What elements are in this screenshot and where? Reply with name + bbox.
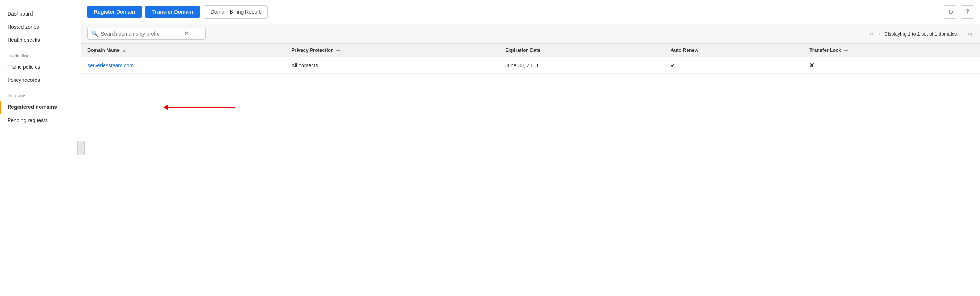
refresh-icon: ↻: [948, 8, 953, 16]
pagination-first-button[interactable]: ⏮: [867, 30, 875, 37]
search-clear-button[interactable]: ✕: [184, 31, 189, 37]
cell-transfer-lock: ✘: [803, 57, 980, 74]
sidebar-section-domains: Domains: [0, 87, 81, 101]
cell-privacy-protection: All contacts: [285, 57, 499, 74]
refresh-button[interactable]: ↻: [944, 5, 957, 19]
col-header-transfer-lock: Transfer Lock —: [803, 44, 980, 57]
pagination-next-button[interactable]: ›: [959, 30, 964, 37]
main-content: Register Domain Transfer Domain Domain B…: [81, 0, 980, 296]
domains-table-container: Domain Name ▲ Privacy Protection — Expir…: [81, 44, 980, 296]
search-icon: 🔍: [91, 30, 99, 37]
col-header-auto-renew: Auto Renew: [665, 44, 804, 57]
sidebar-item-health-checks[interactable]: Health checks: [0, 33, 81, 47]
pagination-last-button[interactable]: ⏭: [966, 30, 974, 37]
col-header-domain-name[interactable]: Domain Name ▲: [81, 44, 285, 57]
cell-auto-renew: ✔: [665, 57, 804, 74]
domain-billing-report-button[interactable]: Domain Billing Report: [204, 5, 267, 19]
pagination-prev-button[interactable]: ‹: [878, 30, 882, 37]
domains-table: Domain Name ▲ Privacy Protection — Expir…: [81, 44, 980, 74]
sidebar-item-traffic-policies[interactable]: Traffic policies: [0, 60, 81, 74]
sidebar-section-traffic-flow: Traffic flow: [0, 47, 81, 60]
sidebar-item-registered-domains[interactable]: Registered domains: [0, 101, 81, 114]
col-header-expiration-date: Expiration Date: [499, 44, 665, 57]
auto-renew-check-icon: ✔: [671, 62, 675, 68]
toolbar: Register Domain Transfer Domain Domain B…: [81, 0, 980, 24]
search-bar: 🔍 ✕ ⏮ ‹ Displaying 1 to 1 out of 1 domai…: [81, 24, 980, 44]
search-input[interactable]: [101, 31, 182, 37]
cell-domain-name: serverlessteam.com: [81, 57, 285, 74]
pagination-info: ⏮ ‹ Displaying 1 to 1 out of 1 domains ›…: [867, 30, 974, 37]
sort-icon-transfer-lock: —: [844, 48, 848, 53]
pagination-text: Displaying 1 to 1 out of 1 domains: [884, 31, 957, 37]
table-header-row: Domain Name ▲ Privacy Protection — Expir…: [81, 44, 980, 57]
sidebar-item-hosted-zones[interactable]: Hosted zones: [0, 21, 81, 34]
cell-expiration-date: June 30, 2018: [499, 57, 665, 74]
transfer-lock-x-icon: ✘: [810, 62, 814, 68]
search-input-wrapper: 🔍 ✕: [88, 28, 206, 40]
sort-icon-domain-name: ▲: [122, 48, 126, 53]
sidebar-item-pending-requests[interactable]: Pending requests: [0, 114, 81, 127]
help-icon: ?: [966, 8, 969, 15]
sidebar: Dashboard Hosted zones Health checks Tra…: [0, 0, 81, 296]
table-row: serverlessteam.com All contacts June 30,…: [81, 57, 980, 74]
sidebar-collapse-toggle[interactable]: ‹: [77, 141, 85, 155]
sidebar-item-policy-records[interactable]: Policy records: [0, 74, 81, 87]
col-header-privacy-protection: Privacy Protection —: [285, 44, 499, 57]
transfer-domain-button[interactable]: Transfer Domain: [145, 6, 199, 18]
sidebar-item-dashboard[interactable]: Dashboard: [0, 7, 81, 21]
domain-link[interactable]: serverlessteam.com: [88, 62, 134, 68]
sort-icon-privacy: —: [336, 48, 340, 53]
help-button[interactable]: ?: [961, 5, 974, 19]
register-domain-button[interactable]: Register Domain: [88, 6, 142, 18]
